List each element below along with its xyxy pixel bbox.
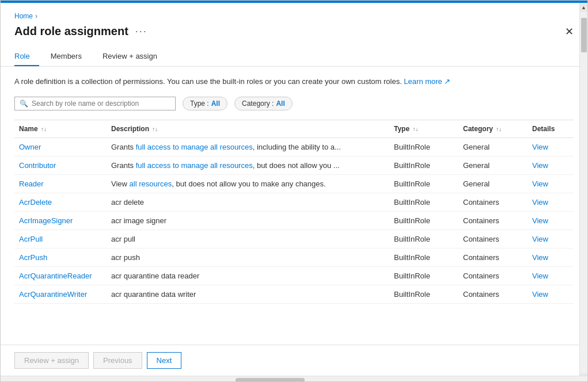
type-filter-badge[interactable]: Type : All <box>183 97 227 110</box>
view-details-link[interactable]: View <box>532 272 548 280</box>
table-row: ReaderView all resources, but does not a… <box>14 174 574 193</box>
view-details-link[interactable]: View <box>532 290 548 299</box>
tabs-container: Role Members Review + assign <box>14 47 574 66</box>
tab-review-assign[interactable]: Review + assign <box>93 47 166 66</box>
role-type: BuiltInRole <box>389 285 458 303</box>
review-assign-button[interactable]: Review + assign <box>14 352 89 369</box>
role-description: acr push <box>107 248 389 266</box>
col-header-type[interactable]: Type ↑↓ <box>389 120 458 138</box>
roles-table: Name ↑↓ Description ↑↓ Type ↑↓ Category … <box>14 120 574 304</box>
view-details-link[interactable]: View <box>532 198 548 207</box>
page-title: Add role assignment <box>14 25 128 38</box>
horizontal-scrollbar-thumb[interactable] <box>236 378 305 382</box>
role-type: BuiltInRole <box>389 230 458 248</box>
role-category: Containers <box>458 230 528 248</box>
col-header-description[interactable]: Description ↑↓ <box>107 120 389 138</box>
sort-icon-name: ↑↓ <box>41 126 47 132</box>
col-header-category[interactable]: Category ↑↓ <box>458 120 528 138</box>
table-row: AcrPushacr pushBuiltInRoleContainersView <box>14 248 574 266</box>
role-description: acr pull <box>107 230 389 248</box>
content-area: A role definition is a collection of per… <box>1 67 587 345</box>
table-row: ContributorGrants full access to manage … <box>14 156 574 174</box>
role-name-link[interactable]: Reader <box>19 179 44 188</box>
sort-icon-description: ↑↓ <box>152 126 158 132</box>
vertical-scrollbar[interactable]: ▲ ▼ <box>579 67 587 345</box>
role-category: General <box>458 137 528 156</box>
view-details-link[interactable]: View <box>532 235 548 243</box>
role-category: General <box>458 174 528 193</box>
breadcrumb-chevron: › <box>35 12 37 20</box>
scrollbar-track <box>580 67 587 345</box>
description-text: A role definition is a collection of per… <box>14 76 574 87</box>
role-name-link[interactable]: Owner <box>19 143 41 151</box>
filters-row: 🔍 Type : All Category : All <box>14 97 574 110</box>
col-header-name[interactable]: Name ↑↓ <box>14 120 107 138</box>
more-options-icon[interactable]: ··· <box>135 25 147 37</box>
role-description: Grants full access to manage all resourc… <box>107 156 389 174</box>
role-name-link[interactable]: AcrImageSigner <box>19 216 73 225</box>
role-type: BuiltInRole <box>389 266 458 285</box>
breadcrumb: Home › <box>14 12 574 20</box>
role-category: General <box>458 156 528 174</box>
tab-role[interactable]: Role <box>14 47 39 66</box>
role-name-link[interactable]: AcrPush <box>19 253 47 262</box>
footer: Review + assign Previous Next <box>1 345 587 376</box>
next-button[interactable]: Next <box>147 352 182 369</box>
close-icon[interactable]: ✕ <box>565 26 574 37</box>
role-description: View all resources, but does not allow y… <box>107 174 389 193</box>
search-icon: 🔍 <box>20 100 28 108</box>
role-name-link[interactable]: Contributor <box>19 161 56 170</box>
role-description: acr quarantine data reader <box>107 266 389 285</box>
role-type: BuiltInRole <box>389 248 458 266</box>
role-type: BuiltInRole <box>389 193 458 211</box>
sort-icon-category: ↑↓ <box>496 126 502 132</box>
role-name-link[interactable]: AcrDelete <box>19 198 52 207</box>
role-category: Containers <box>458 211 528 230</box>
previous-button[interactable]: Previous <box>93 352 142 369</box>
view-details-link[interactable]: View <box>532 161 548 170</box>
role-category: Containers <box>458 248 528 266</box>
view-details-link[interactable]: View <box>532 253 548 262</box>
table-row: AcrQuarantineReaderacr quarantine data r… <box>14 266 574 285</box>
sort-icon-type: ↑↓ <box>412 126 418 132</box>
role-type: BuiltInRole <box>389 137 458 156</box>
role-description: acr quarantine data writer <box>107 285 389 303</box>
role-category: Containers <box>458 266 528 285</box>
tab-members[interactable]: Members <box>41 47 91 66</box>
role-category: Containers <box>458 285 528 303</box>
breadcrumb-home-link[interactable]: Home <box>14 12 33 20</box>
role-type: BuiltInRole <box>389 211 458 230</box>
role-description: acr delete <box>107 193 389 211</box>
table-row: AcrPullacr pullBuiltInRoleContainersView <box>14 230 574 248</box>
role-name-link[interactable]: AcrQuarantineReader <box>19 272 92 280</box>
role-type: BuiltInRole <box>389 174 458 193</box>
view-details-link[interactable]: View <box>532 216 548 225</box>
role-description: acr image signer <box>107 211 389 230</box>
horizontal-scrollbar[interactable] <box>1 376 587 382</box>
roles-table-wrapper: Name ↑↓ Description ↑↓ Type ↑↓ Category … <box>14 120 574 304</box>
role-name-link[interactable]: AcrPull <box>19 235 43 243</box>
role-category: Containers <box>458 193 528 211</box>
view-details-link[interactable]: View <box>532 143 548 151</box>
view-details-link[interactable]: View <box>532 179 548 188</box>
table-row: AcrImageSigneracr image signerBuiltInRol… <box>14 211 574 230</box>
table-row: OwnerGrants full access to manage all re… <box>14 137 574 156</box>
table-row: AcrQuarantineWriteracr quarantine data w… <box>14 285 574 303</box>
role-description: Grants full access to manage all resourc… <box>107 137 389 156</box>
learn-more-link[interactable]: Learn more ↗ <box>404 77 450 86</box>
table-row: AcrDeleteacr deleteBuiltInRoleContainers… <box>14 193 574 211</box>
category-filter-badge[interactable]: Category : All <box>234 97 293 110</box>
role-type: BuiltInRole <box>389 156 458 174</box>
search-box[interactable]: 🔍 <box>14 97 176 110</box>
col-header-details: Details <box>528 120 574 138</box>
role-name-link[interactable]: AcrQuarantineWriter <box>19 290 87 299</box>
search-input[interactable] <box>32 100 170 108</box>
